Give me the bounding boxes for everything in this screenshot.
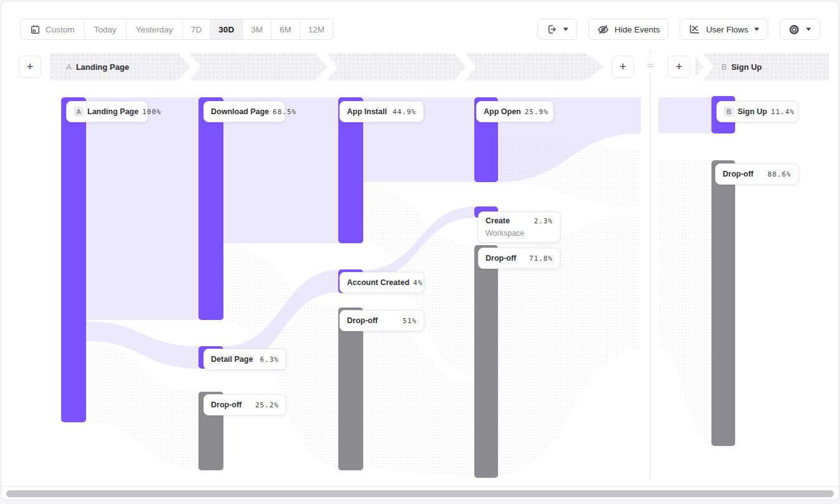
export-menu-button[interactable] [537, 19, 577, 40]
date-range-6m[interactable]: 6M [271, 19, 300, 39]
node-card-detail-page[interactable]: Detail Page 6.3% [203, 349, 286, 370]
date-range-segmented-control: Custom Today Yesterday 7D 30D 3M 6M 12M [20, 19, 333, 40]
eye-off-icon [597, 24, 609, 36]
step-b-chevron-icon [695, 53, 713, 80]
node-card-app-open[interactable]: App Open 25.9% [476, 101, 554, 122]
step-name: Sign Up [731, 62, 762, 72]
gear-icon [788, 24, 800, 36]
node-bar-drop-off-col5[interactable] [711, 160, 735, 446]
toolbar-right-buttons: Hide Events User Flows [537, 19, 820, 40]
node-bar-landing-page[interactable] [61, 97, 86, 422]
date-range-label: Custom [46, 25, 75, 34]
user-flows-view-button[interactable]: User Flows [680, 19, 768, 40]
node-card-app-install[interactable]: App Install 44.9% [339, 101, 424, 122]
node-card-drop-off-col5[interactable]: Drop-off 88.6% [715, 163, 799, 185]
step-b-label: B Sign Up [721, 62, 762, 72]
hide-events-button[interactable]: Hide Events [588, 19, 669, 40]
export-icon [546, 24, 557, 35]
chevron-down-icon [806, 27, 811, 31]
node-card-create-workspace[interactable]: Create 2.3% Workspace [478, 211, 560, 243]
step-separator-chevron-icon [454, 53, 476, 80]
node-card-drop-off-col2[interactable]: Drop-off 25.2% [203, 394, 286, 415]
node-card-drop-off-col3[interactable]: Drop-off 51% [339, 310, 424, 331]
chevron-down-icon [754, 27, 759, 31]
user-flows-label: User Flows [706, 25, 748, 34]
horizontal-scrollbar-track [1, 486, 839, 500]
node-card-landing-page[interactable]: A Landing Page 100% [66, 101, 148, 122]
step-letter: B [721, 62, 727, 72]
node-card-drop-off-col4[interactable]: Drop-off 71.8% [478, 248, 560, 269]
user-flows-panel: Custom Today Yesterday 7D 30D 3M 6M 12M [1, 1, 839, 500]
node-card-sign-up[interactable]: B Sign Up 11.4% [716, 101, 798, 122]
step-a-band[interactable]: A Landing Page [50, 53, 604, 80]
node-card-download-page[interactable]: Download Page 68.5% [203, 101, 285, 122]
step-letter: A [66, 62, 72, 72]
settings-menu-button[interactable] [779, 19, 820, 40]
node-card-account-created[interactable]: Account Created 4% [339, 272, 424, 293]
step-a-label: A Landing Page [66, 62, 129, 72]
step-separator-chevron-icon [316, 53, 337, 80]
step-letter-badge: B [724, 107, 734, 117]
add-step-button-middle[interactable]: + [612, 56, 634, 78]
step-letter-badge: A [74, 107, 84, 117]
calendar-icon [30, 24, 41, 35]
date-range-3m[interactable]: 3M [243, 19, 271, 39]
node-bar-download-page[interactable] [198, 97, 223, 320]
date-range-12m[interactable]: 12M [300, 19, 333, 39]
add-step-button-right[interactable]: + [668, 56, 690, 78]
step-separator-chevron-icon [178, 53, 200, 80]
date-range-30d[interactable]: 30D [210, 19, 243, 39]
date-range-custom[interactable]: Custom [21, 19, 85, 39]
horizontal-scrollbar-thumb[interactable] [6, 490, 834, 497]
hide-events-label: Hide Events [615, 25, 660, 34]
date-range-today[interactable]: Today [85, 19, 127, 39]
section-divider [650, 50, 650, 479]
chevron-down-icon [563, 27, 569, 31]
step-b-band[interactable]: B Sign Up [695, 53, 829, 80]
flows-chart-icon [688, 24, 700, 35]
step-name: Landing Page [76, 62, 129, 72]
date-range-yesterday[interactable]: Yesterday [127, 19, 183, 39]
date-range-7d[interactable]: 7D [183, 19, 210, 39]
node-bar-drop-off-col3[interactable] [338, 308, 363, 470]
add-step-button-left[interactable]: + [19, 56, 41, 78]
approx-connector: ≈ [643, 59, 657, 72]
node-bar-drop-off-col4[interactable] [474, 245, 498, 478]
